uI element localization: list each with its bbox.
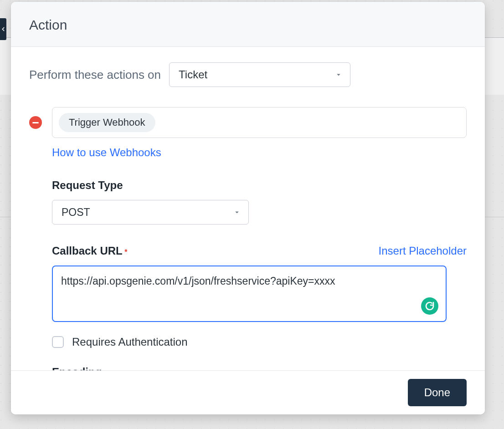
requires-auth-row: Requires Authentication xyxy=(52,336,467,348)
request-type-label: Request Type xyxy=(52,179,467,192)
encoding-label: Encoding xyxy=(52,366,467,370)
requires-auth-checkbox[interactable] xyxy=(52,336,64,348)
chevron-left-icon xyxy=(0,26,6,32)
caret-down-icon xyxy=(233,208,241,216)
action-row: Trigger Webhook xyxy=(29,107,467,138)
remove-action-button[interactable] xyxy=(29,116,42,129)
webhook-settings: How to use Webhooks Request Type POST Ca… xyxy=(52,146,467,370)
callback-url-field-wrap xyxy=(52,266,447,322)
modal-body: Perform these actions on Ticket Trigger … xyxy=(11,47,485,370)
required-indicator: * xyxy=(124,248,127,256)
minus-icon xyxy=(32,122,39,123)
modal-footer: Done xyxy=(11,370,485,414)
action-select-box[interactable]: Trigger Webhook xyxy=(52,107,467,138)
callback-url-input[interactable] xyxy=(61,274,437,314)
perform-actions-label: Perform these actions on xyxy=(29,68,161,82)
perform-actions-select[interactable]: Ticket xyxy=(169,62,350,87)
modal-header: Action xyxy=(11,2,485,47)
request-type-select-value: POST xyxy=(62,206,90,219)
caret-down-icon xyxy=(334,71,343,79)
insert-placeholder-link[interactable]: Insert Placeholder xyxy=(379,245,467,257)
grammarly-icon[interactable] xyxy=(421,297,438,315)
requires-auth-label: Requires Authentication xyxy=(72,336,188,348)
action-modal: Action Perform these actions on Ticket T… xyxy=(11,2,485,414)
action-chip: Trigger Webhook xyxy=(59,113,155,132)
callback-url-header: Callback URL * Insert Placeholder xyxy=(52,245,467,257)
how-to-use-webhooks-link[interactable]: How to use Webhooks xyxy=(52,146,161,158)
callback-url-label: Callback URL xyxy=(52,245,123,257)
modal-title: Action xyxy=(29,17,467,33)
request-type-select[interactable]: POST xyxy=(52,200,249,225)
callback-url-label-wrap: Callback URL * xyxy=(52,245,127,257)
done-button[interactable]: Done xyxy=(408,379,467,406)
perform-actions-select-value: Ticket xyxy=(179,68,207,81)
perform-actions-row: Perform these actions on Ticket xyxy=(29,62,467,87)
back-tab[interactable] xyxy=(0,18,6,40)
